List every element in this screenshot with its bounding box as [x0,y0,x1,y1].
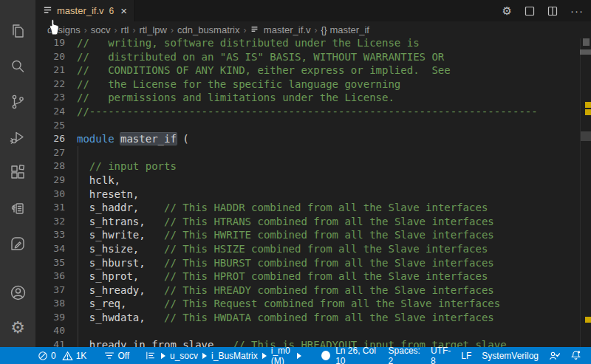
overview-warning-mark [585,109,591,115]
encoding-setting[interactable]: UTF-8 [426,347,456,364]
scrollbar-handle[interactable] [580,49,591,55]
code-line[interactable]: 23// permissions and limitations under t… [35,91,591,105]
more-actions-icon[interactable]: ··· [570,5,584,16]
accounts-icon[interactable] [6,281,30,304]
scope-breadcrumb[interactable]: u_socvi_BusMatrixi_m0 (M) [140,347,310,364]
breadcrumb-item[interactable]: designs [47,24,81,35]
feedback-icon[interactable] [544,347,565,364]
status-dot-icon[interactable] [321,351,330,360]
code-token: hresetn, [77,188,139,200]
line-content: s_hwdata, // This HWDATA combined from a… [77,311,494,325]
code-line[interactable]: 28 // input ports [35,159,591,174]
code-token: s_hburst, [77,257,164,269]
line-content: // the License for the specific language… [77,78,400,92]
line-number: 36 [35,269,65,284]
indentation-setting[interactable]: Spaces: 2 [383,347,426,364]
breadcrumb-symbol[interactable]: {}master_if [321,24,369,35]
breadcrumb-item[interactable]: rtl [121,24,129,35]
code-line[interactable]: 19// writing, software distributed under… [35,38,591,50]
breadcrumb-item[interactable]: rtl_lpw [139,24,167,35]
code-line[interactable]: 25 [35,119,591,133]
line-content: // permissions and limitations under the… [77,91,394,105]
code-token: // writing, software distributed under t… [77,38,420,49]
code-line[interactable]: 38 s_req, // This Request combined from … [35,297,591,311]
code-line[interactable]: 35 s_hburst, // This HBURST combined fro… [35,256,591,270]
code-line[interactable]: 27 [35,146,591,160]
tab-close-icon[interactable]: × [120,5,127,16]
code-line[interactable]: 34 s_hsize, // This HSIZE combined from … [35,242,591,256]
code-line[interactable]: 40 [35,324,591,338]
code-line[interactable]: 20// distributed on an "AS IS" BASIS, WI… [35,50,591,64]
tab-problems-badge: 6 [109,6,115,16]
code-line[interactable]: 31 s_haddr, // This HADDR combined from … [35,201,591,215]
code-token: // This HADDR combined from all the Slav… [164,202,488,213]
settings-gear-icon-top[interactable]: ⚙ [502,5,512,16]
notebook-edit-icon[interactable] [6,232,30,255]
run-debug-icon[interactable] [6,126,30,149]
code-token: // This HPROT combined from all the Slav… [164,270,488,282]
code-token: // the License for the specific language… [77,78,400,90]
split-editor-icon[interactable] [547,6,558,16]
explorer-icon[interactable] [6,19,30,43]
line-number: 41 [35,338,65,347]
line-content: // CONDITIONS OF ANY KIND, either expres… [77,63,451,78]
code-line[interactable]: 37 s_hready, // This HREADY combined fro… [35,284,591,298]
file-list-icon [43,4,52,18]
line-number: 22 [35,78,65,92]
line-number: 33 [35,228,65,242]
breadcrumb-item[interactable]: cdn_busmatrix [177,24,240,35]
code-line[interactable]: 32 s_htrans, // This HTRANS combined fro… [35,215,591,229]
document-sync-icon[interactable] [6,196,30,220]
line-number: 23 [35,91,65,105]
scope-item[interactable]: i_m0 (M) [271,346,293,364]
extensions-icon[interactable] [6,161,30,185]
code-token: s_req, [77,298,164,309]
settings-gear-icon[interactable]: ⚙ [6,316,30,340]
activity-bar: ⚙ [0,0,35,347]
filter-icon [104,351,115,360]
code-token: // This Request combined from all the Sl… [164,298,500,309]
line-number: 29 [35,174,65,188]
breadcrumb-separator: › [132,25,135,35]
code-line[interactable]: 24//------------------------------------… [35,105,591,119]
notifications-bell-icon[interactable] [565,347,587,364]
code-token: s_hsize, [77,243,164,255]
code-line[interactable]: 26module master_if ( [35,132,591,146]
cursor-position[interactable]: Ln 26, Col 10 [330,347,383,364]
line-number: 19 [35,38,65,50]
scope-item[interactable]: u_socv [170,351,198,361]
code-line[interactable]: 21// CONDITIONS OF ANY KIND, either expr… [35,63,591,78]
chevron-right-icon [262,352,267,360]
filter-toggle[interactable]: Off [99,347,134,364]
line-content: s_hready, // This HREADY combined from a… [77,284,494,298]
code-line[interactable]: 39 s_hwdata, // This HWDATA combined fro… [35,311,591,325]
source-control-icon[interactable] [6,90,30,114]
breadcrumb-separator: › [244,25,247,35]
code-token: // CONDITIONS OF ANY KIND, either expres… [77,64,451,76]
overview-warning-mark [585,317,591,323]
code-token: // permissions and limitations under the… [77,92,394,103]
code-line[interactable]: 36 s_hprot, // This HPROT combined from … [35,269,591,284]
tab-master-if[interactable]: master_if.v 6 × [35,0,135,21]
breadcrumb-file[interactable]: master_if.v [250,24,311,35]
layout-square-icon[interactable] [525,6,535,16]
code-line[interactable]: 22// the License for the specific langua… [35,78,591,92]
code-editor[interactable]: 19// writing, software distributed under… [35,38,591,347]
code-token: // distributed on an "AS IS" BASIS, WITH… [77,51,444,63]
line-number: 32 [35,215,65,229]
code-token: s_hwrite, [77,229,164,241]
search-icon[interactable] [6,55,30,78]
code-line[interactable]: 33 s_hwrite, // This HWRITE combined fro… [35,228,591,242]
scope-item[interactable]: i_BusMatrix [211,351,258,361]
breadcrumb-item[interactable]: socv [91,24,111,35]
scrollbar-thumb[interactable] [583,38,590,46]
line-content: // distributed on an "AS IS" BASIS, WITH… [77,50,444,64]
eol-setting[interactable]: LF [456,347,476,364]
code-line[interactable]: 41 hready_in_from_slave, // This is HREA… [35,338,591,347]
code-line[interactable]: 29 hclk, [35,174,591,188]
code-line[interactable]: 30 hresetn, [35,188,591,202]
status-bar: 0 1K Off u_socvi_BusMatrixi_m0 (M) Ln 26… [0,347,591,364]
line-number: 27 [35,146,65,160]
language-mode[interactable]: SystemVerilog [476,347,544,364]
problems-indicator[interactable]: 0 1K [33,347,92,364]
